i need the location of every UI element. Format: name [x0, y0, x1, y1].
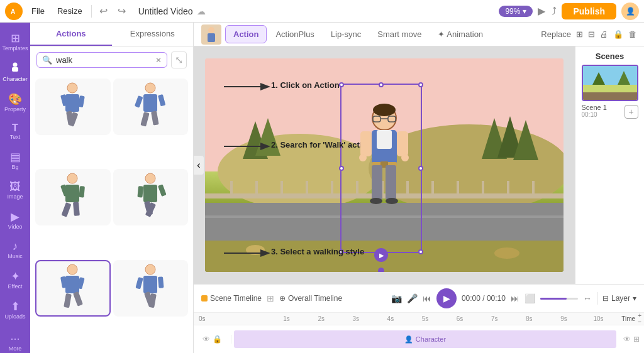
svg-point-10 — [145, 83, 155, 93]
prev-frame-button[interactable]: ⏮ — [423, 293, 431, 303]
svg-rect-54 — [255, 181, 258, 198]
resize-menu[interactable]: Resize — [53, 6, 86, 16]
list-item[interactable] — [113, 169, 189, 225]
play-button[interactable]: ▶ — [436, 288, 457, 308]
avatar[interactable]: 👤 — [621, 3, 639, 20]
track-expand-icon[interactable]: ⊞ — [633, 335, 640, 344]
list-item[interactable] — [35, 169, 111, 225]
image-icon: 🖼 — [9, 180, 21, 193]
list-item[interactable] — [35, 260, 111, 317]
svg-rect-83 — [360, 131, 372, 156]
redo-button[interactable]: ↪ — [115, 5, 128, 17]
text-icon: T — [12, 122, 18, 134]
annotation-3: 3. Select a walking style — [224, 244, 350, 265]
add-scene-button[interactable]: + — [625, 105, 638, 119]
list-item[interactable] — [113, 79, 189, 135]
sidebar-item-templates[interactable]: ⊞ Templates — [0, 28, 30, 55]
time-sub-button[interactable]: − — [638, 319, 641, 325]
svg-rect-53 — [230, 181, 233, 198]
search-box: 🔍 ✕ — [36, 52, 167, 68]
character-label: Character — [3, 76, 28, 82]
expand-icon[interactable]: ↔ — [583, 293, 592, 303]
ruler-mark: 6s — [443, 315, 477, 322]
ruler-mark: 2s — [304, 315, 338, 322]
svg-rect-90 — [583, 66, 638, 85]
project-title[interactable]: Untitled Video — [138, 6, 193, 16]
svg-rect-64 — [507, 181, 509, 198]
tab-smartmove[interactable]: Smart move — [370, 26, 429, 43]
lock-icon[interactable]: 🔒 — [613, 30, 623, 39]
tab-animation[interactable]: ✦ Animation — [430, 26, 491, 43]
layer-button[interactable]: ⊟ Layer ▾ — [602, 294, 636, 303]
svg-rect-19 — [79, 186, 86, 198]
track-eye-icon[interactable]: 👁 — [203, 335, 210, 344]
svg-rect-62 — [457, 181, 459, 198]
print-icon[interactable]: 🖨 — [600, 30, 608, 39]
file-menu[interactable]: File — [28, 6, 48, 16]
char-preview-thumb — [201, 24, 221, 45]
annotation-1-text: 1. Click on Action — [271, 80, 340, 90]
expand-search-button[interactable]: ⤡ — [171, 52, 187, 68]
play-preview-icon[interactable]: ▶ — [538, 5, 545, 17]
character-grid — [30, 73, 193, 353]
sidebar-item-more[interactable]: ··· More — [0, 329, 30, 353]
sidebar-item-image[interactable]: 🖼 Image — [0, 176, 30, 204]
search-icon: 🔍 — [42, 55, 52, 65]
progress-dropdown-icon[interactable]: ▾ — [523, 7, 526, 16]
sidebar-item-video[interactable]: ▶ Video — [0, 206, 30, 234]
adjust-timeline-icon[interactable]: ⊞ — [267, 293, 274, 303]
svg-rect-20 — [62, 202, 72, 217]
svg-rect-61 — [431, 181, 434, 198]
ruler-mark: 5s — [408, 315, 442, 322]
sidebar-item-character[interactable]: Character — [0, 58, 30, 86]
svg-rect-11 — [143, 94, 157, 112]
tab-lipsync[interactable]: Lip-sync — [323, 26, 369, 43]
tab-expressions[interactable]: Expressions — [112, 23, 194, 46]
svg-point-28 — [67, 264, 77, 274]
list-item[interactable] — [113, 260, 189, 317]
templates-icon: ⊞ — [11, 31, 20, 45]
svg-point-85 — [359, 154, 367, 161]
character-track-icon: 👤 — [404, 335, 413, 344]
sidebar-item-effect[interactable]: ✦ Effect — [0, 266, 30, 293]
tab-action[interactable]: Action — [225, 25, 267, 43]
search-input[interactable] — [56, 55, 152, 65]
progress-badge: 99% ▾ — [499, 6, 533, 17]
volume-slider[interactable] — [540, 298, 578, 300]
sidebar-item-text[interactable]: T Text — [0, 119, 30, 144]
tab-actions[interactable]: Actions — [30, 23, 112, 46]
character-track-bar[interactable]: 👤 Character — [234, 330, 616, 348]
grid-icon[interactable]: ⊟ — [588, 30, 595, 39]
delete-icon[interactable]: 🗑 — [628, 30, 636, 39]
search-clear-button[interactable]: ✕ — [155, 56, 162, 65]
svg-rect-13 — [158, 94, 165, 106]
svg-rect-57 — [331, 181, 333, 198]
overall-timeline-label[interactable]: ⊕ Overall Timeline — [279, 294, 342, 303]
sidebar-item-bg[interactable]: ▤ Bg — [0, 146, 30, 174]
columns-icon[interactable]: ⊞ — [576, 30, 583, 39]
next-frame-button[interactable]: ⏭ — [511, 293, 519, 303]
sidebar-item-uploads[interactable]: ⬆ Uploads — [0, 296, 30, 323]
timeline-area: Scene Timeline ⊞ ⊕ Overall Timeline 📷 🎤 … — [194, 284, 644, 353]
publish-button[interactable]: Publish — [562, 3, 616, 19]
video-label: Video — [8, 224, 23, 230]
subtitle-icon[interactable]: ⬜ — [525, 293, 535, 303]
sidebar-item-music[interactable]: ♪ Music — [0, 236, 30, 263]
track-content: 👤 Character — [231, 325, 619, 353]
share-icon[interactable]: ⤴ — [552, 6, 557, 17]
svg-point-71 — [373, 104, 396, 116]
camera-icon[interactable]: 📷 — [391, 293, 402, 303]
app-logo[interactable]: A — [5, 3, 23, 20]
undo-button[interactable]: ↩ — [97, 5, 110, 17]
scene-thumbnail-1[interactable] — [582, 65, 638, 101]
mic-icon[interactable]: 🎤 — [407, 293, 418, 303]
collapse-panel-button[interactable]: ‹ — [194, 156, 204, 175]
tab-actionplus[interactable]: ActionPlus — [268, 26, 321, 43]
sidebar-item-property[interactable]: 🎨 Property — [0, 89, 30, 116]
ruler-mark: 1s — [269, 315, 304, 322]
track-right-eye-icon[interactable]: 👁 — [623, 335, 631, 344]
track-lock-icon[interactable]: 🔒 — [213, 335, 222, 344]
list-item[interactable] — [35, 79, 111, 135]
svg-rect-24 — [137, 186, 143, 198]
time-add-button[interactable]: + — [638, 313, 641, 319]
